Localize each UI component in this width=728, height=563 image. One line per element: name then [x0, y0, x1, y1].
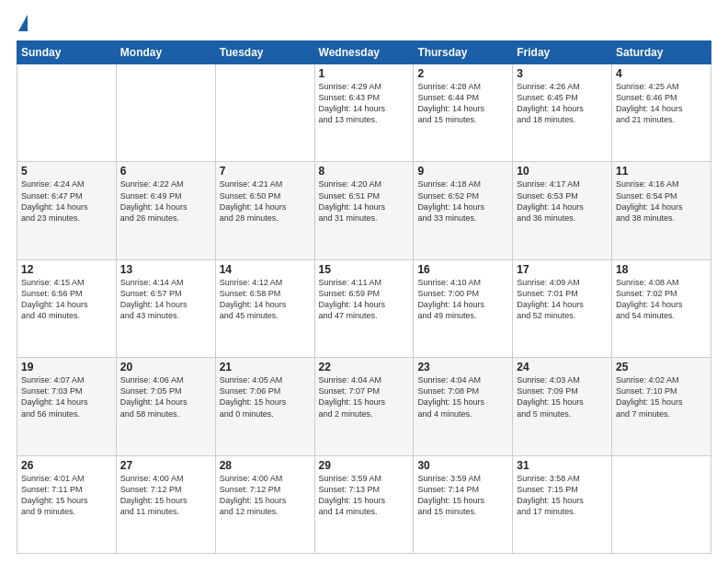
cell-text: Sunrise: 4:08 AM Sunset: 7:02 PM Dayligh… — [616, 277, 707, 322]
calendar-header-wednesday: Wednesday — [314, 41, 414, 64]
logo-triangle-icon — [18, 15, 28, 31]
calendar-cell — [17, 64, 117, 162]
calendar-cell: 21Sunrise: 4:05 AM Sunset: 7:06 PM Dayli… — [215, 358, 314, 455]
calendar-cell: 18Sunrise: 4:08 AM Sunset: 7:02 PM Dayli… — [612, 259, 711, 357]
calendar-cell: 9Sunrise: 4:18 AM Sunset: 6:52 PM Daylig… — [414, 162, 513, 259]
calendar-cell: 14Sunrise: 4:12 AM Sunset: 6:58 PM Dayli… — [215, 259, 314, 357]
calendar-cell: 8Sunrise: 4:20 AM Sunset: 6:51 PM Daylig… — [314, 162, 414, 259]
day-number: 1 — [319, 67, 410, 80]
day-number: 12 — [21, 263, 112, 276]
day-number: 27 — [120, 459, 211, 472]
day-number: 18 — [616, 263, 707, 276]
cell-text: Sunrise: 4:22 AM Sunset: 6:49 PM Dayligh… — [120, 178, 211, 224]
cell-text: Sunrise: 4:01 AM Sunset: 7:11 PM Dayligh… — [21, 473, 112, 518]
cell-text: Sunrise: 3:59 AM Sunset: 7:13 PM Dayligh… — [319, 473, 410, 518]
calendar-cell: 7Sunrise: 4:21 AM Sunset: 6:50 PM Daylig… — [215, 162, 314, 259]
cell-text: Sunrise: 4:02 AM Sunset: 7:10 PM Dayligh… — [616, 374, 707, 419]
calendar-week-row: 1Sunrise: 4:29 AM Sunset: 6:43 PM Daylig… — [17, 64, 711, 162]
calendar-week-row: 5Sunrise: 4:24 AM Sunset: 6:47 PM Daylig… — [17, 162, 711, 259]
calendar-cell: 6Sunrise: 4:22 AM Sunset: 6:49 PM Daylig… — [116, 162, 215, 259]
calendar-cell: 20Sunrise: 4:06 AM Sunset: 7:05 PM Dayli… — [116, 358, 215, 455]
cell-text: Sunrise: 4:21 AM Sunset: 6:50 PM Dayligh… — [220, 178, 311, 224]
day-number: 10 — [517, 165, 608, 178]
calendar-cell: 13Sunrise: 4:14 AM Sunset: 6:57 PM Dayli… — [116, 259, 215, 357]
calendar-cell: 22Sunrise: 4:04 AM Sunset: 7:07 PM Dayli… — [314, 358, 414, 455]
day-number: 26 — [21, 459, 112, 472]
calendar-header-friday: Friday — [513, 41, 612, 64]
calendar-header-thursday: Thursday — [414, 41, 513, 64]
calendar-cell: 10Sunrise: 4:17 AM Sunset: 6:53 PM Dayli… — [513, 162, 612, 259]
calendar-cell: 5Sunrise: 4:24 AM Sunset: 6:47 PM Daylig… — [17, 162, 117, 259]
day-number: 3 — [517, 67, 608, 80]
day-number: 4 — [616, 67, 707, 80]
calendar-week-row: 19Sunrise: 4:07 AM Sunset: 7:03 PM Dayli… — [17, 358, 711, 455]
calendar-cell: 27Sunrise: 4:00 AM Sunset: 7:12 PM Dayli… — [116, 455, 215, 553]
calendar-cell: 31Sunrise: 3:58 AM Sunset: 7:15 PM Dayli… — [513, 455, 612, 553]
cell-text: Sunrise: 4:04 AM Sunset: 7:07 PM Dayligh… — [319, 374, 410, 419]
day-number: 13 — [120, 263, 211, 276]
cell-text: Sunrise: 4:06 AM Sunset: 7:05 PM Dayligh… — [120, 374, 211, 419]
cell-text: Sunrise: 4:15 AM Sunset: 6:56 PM Dayligh… — [21, 277, 112, 322]
cell-text: Sunrise: 4:04 AM Sunset: 7:08 PM Dayligh… — [417, 374, 508, 419]
cell-text: Sunrise: 4:29 AM Sunset: 6:43 PM Dayligh… — [319, 81, 410, 126]
calendar-cell: 16Sunrise: 4:10 AM Sunset: 7:00 PM Dayli… — [414, 259, 513, 357]
cell-text: Sunrise: 4:12 AM Sunset: 6:58 PM Dayligh… — [220, 277, 311, 322]
day-number: 11 — [616, 165, 707, 178]
calendar-cell: 19Sunrise: 4:07 AM Sunset: 7:03 PM Dayli… — [17, 358, 117, 455]
day-number: 9 — [417, 165, 508, 178]
calendar-week-row: 12Sunrise: 4:15 AM Sunset: 6:56 PM Dayli… — [17, 259, 711, 357]
day-number: 19 — [21, 361, 112, 373]
calendar-cell: 24Sunrise: 4:03 AM Sunset: 7:09 PM Dayli… — [513, 358, 612, 455]
day-number: 7 — [220, 165, 311, 178]
cell-text: Sunrise: 4:00 AM Sunset: 7:12 PM Dayligh… — [220, 473, 311, 518]
calendar-cell: 29Sunrise: 3:59 AM Sunset: 7:13 PM Dayli… — [314, 455, 414, 553]
day-number: 30 — [417, 459, 508, 472]
calendar-cell: 25Sunrise: 4:02 AM Sunset: 7:10 PM Dayli… — [612, 358, 711, 455]
cell-text: Sunrise: 4:07 AM Sunset: 7:03 PM Dayligh… — [21, 374, 112, 419]
cell-text: Sunrise: 4:18 AM Sunset: 6:52 PM Dayligh… — [417, 178, 508, 224]
calendar-cell: 2Sunrise: 4:28 AM Sunset: 6:44 PM Daylig… — [414, 64, 513, 162]
cell-text: Sunrise: 4:00 AM Sunset: 7:12 PM Dayligh… — [120, 473, 211, 518]
cell-text: Sunrise: 4:20 AM Sunset: 6:51 PM Dayligh… — [319, 178, 410, 224]
day-number: 21 — [220, 361, 311, 373]
day-number: 31 — [517, 459, 608, 472]
calendar-header-tuesday: Tuesday — [215, 41, 314, 64]
cell-text: Sunrise: 4:24 AM Sunset: 6:47 PM Dayligh… — [21, 178, 112, 224]
day-number: 25 — [616, 361, 707, 373]
calendar-cell: 26Sunrise: 4:01 AM Sunset: 7:11 PM Dayli… — [17, 455, 117, 553]
calendar-cell: 23Sunrise: 4:04 AM Sunset: 7:08 PM Dayli… — [414, 358, 513, 455]
day-number: 14 — [220, 263, 311, 276]
cell-text: Sunrise: 4:28 AM Sunset: 6:44 PM Dayligh… — [417, 81, 508, 126]
cell-text: Sunrise: 4:17 AM Sunset: 6:53 PM Dayligh… — [517, 178, 608, 224]
calendar-header-sunday: Sunday — [17, 41, 117, 64]
day-number: 15 — [319, 263, 410, 276]
logo — [17, 15, 28, 33]
day-number: 20 — [120, 361, 211, 373]
day-number: 8 — [319, 165, 410, 178]
cell-text: Sunrise: 3:59 AM Sunset: 7:14 PM Dayligh… — [417, 473, 508, 518]
calendar-cell: 12Sunrise: 4:15 AM Sunset: 6:56 PM Dayli… — [17, 259, 117, 357]
header — [17, 15, 711, 33]
day-number: 22 — [319, 361, 410, 373]
day-number: 16 — [417, 263, 508, 276]
cell-text: Sunrise: 4:05 AM Sunset: 7:06 PM Dayligh… — [220, 374, 311, 419]
day-number: 5 — [21, 165, 112, 178]
page: SundayMondayTuesdayWednesdayThursdayFrid… — [0, 0, 728, 563]
cell-text: Sunrise: 4:11 AM Sunset: 6:59 PM Dayligh… — [319, 277, 410, 322]
cell-text: Sunrise: 4:26 AM Sunset: 6:45 PM Dayligh… — [517, 81, 608, 126]
calendar-cell: 30Sunrise: 3:59 AM Sunset: 7:14 PM Dayli… — [414, 455, 513, 553]
calendar-header-monday: Monday — [116, 41, 215, 64]
calendar-cell: 15Sunrise: 4:11 AM Sunset: 6:59 PM Dayli… — [314, 259, 414, 357]
calendar-cell — [612, 455, 711, 553]
cell-text: Sunrise: 3:58 AM Sunset: 7:15 PM Dayligh… — [517, 473, 608, 518]
day-number: 28 — [220, 459, 311, 472]
calendar-header-row: SundayMondayTuesdayWednesdayThursdayFrid… — [17, 41, 711, 64]
calendar-week-row: 26Sunrise: 4:01 AM Sunset: 7:11 PM Dayli… — [17, 455, 711, 553]
calendar-cell — [116, 64, 215, 162]
calendar-cell: 28Sunrise: 4:00 AM Sunset: 7:12 PM Dayli… — [215, 455, 314, 553]
cell-text: Sunrise: 4:25 AM Sunset: 6:46 PM Dayligh… — [616, 81, 707, 126]
day-number: 23 — [417, 361, 508, 373]
day-number: 2 — [417, 67, 508, 80]
cell-text: Sunrise: 4:09 AM Sunset: 7:01 PM Dayligh… — [517, 277, 608, 322]
cell-text: Sunrise: 4:10 AM Sunset: 7:00 PM Dayligh… — [417, 277, 508, 322]
